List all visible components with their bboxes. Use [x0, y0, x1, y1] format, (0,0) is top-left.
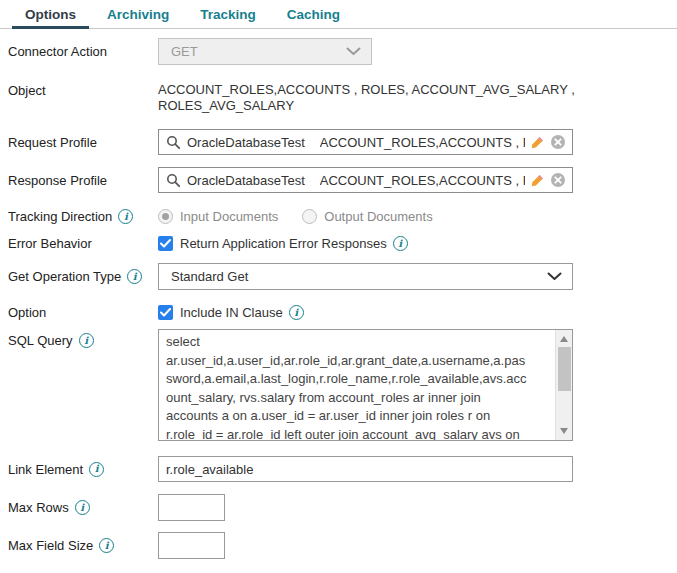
scroll-up-icon[interactable]	[560, 336, 568, 342]
response-profile-name: OracleDatabaseTest	[187, 173, 305, 188]
error-behavior-row: Error Behavior Return Application Error …	[8, 236, 677, 251]
radio-input-documents	[158, 209, 173, 224]
request-profile-label: Request Profile	[8, 135, 158, 150]
search-icon	[166, 173, 181, 188]
get-operation-type-value: Standard Get	[171, 269, 248, 284]
chevron-down-icon	[547, 272, 562, 281]
clear-profile-icon[interactable]	[550, 172, 566, 188]
info-icon[interactable]	[118, 209, 133, 224]
chevron-down-icon	[346, 47, 361, 56]
edit-profile-icon[interactable]	[530, 173, 545, 188]
get-operation-type-select[interactable]: Standard Get	[158, 263, 573, 290]
clear-profile-icon[interactable]	[550, 134, 566, 150]
error-behavior-checkbox-label: Return Application Error Responses	[180, 236, 387, 251]
tab-tracking[interactable]: Tracking	[187, 4, 269, 29]
scrollbar-thumb[interactable]	[558, 347, 571, 391]
get-operation-type-row: Get Operation Type Standard Get	[8, 263, 677, 290]
max-rows-input[interactable]	[158, 494, 225, 521]
tab-archiving[interactable]: Archiving	[94, 4, 182, 29]
request-profile-row: Request Profile OracleDatabaseTest ACCOU…	[8, 129, 677, 155]
connector-action-select: GET	[158, 38, 372, 65]
info-icon[interactable]	[393, 236, 408, 251]
scroll-down-icon[interactable]	[560, 428, 568, 434]
get-operation-type-label: Get Operation Type	[8, 269, 158, 284]
info-icon[interactable]	[127, 269, 142, 284]
radio-input-documents-label: Input Documents	[180, 209, 278, 224]
radio-output-documents	[302, 209, 317, 224]
object-label: Object	[8, 82, 158, 98]
option-label: Option	[8, 305, 158, 320]
connector-action-value: GET	[171, 44, 198, 59]
max-rows-row: Max Rows	[8, 494, 677, 521]
sql-query-row: SQL Query select ar.user_id,a.user_id,ar…	[8, 329, 677, 441]
sql-query-label: SQL Query	[8, 329, 158, 348]
sql-query-textarea[interactable]: select ar.user_id,a.user_id,ar.role_id,a…	[158, 329, 573, 441]
connector-action-label: Connector Action	[8, 44, 158, 59]
max-field-size-input[interactable]	[158, 532, 225, 559]
error-behavior-label: Error Behavior	[8, 236, 158, 251]
request-profile-object: ACCOUNT_ROLES,ACCOUNTS , RO	[320, 135, 525, 150]
tracking-direction-label: Tracking Direction	[8, 209, 158, 224]
response-profile-object: ACCOUNT_ROLES,ACCOUNTS , RO	[320, 173, 525, 188]
response-profile-row: Response Profile OracleDatabaseTest ACCO…	[8, 167, 677, 193]
error-behavior-checkbox[interactable]	[158, 236, 173, 251]
request-profile-input[interactable]: OracleDatabaseTest ACCOUNT_ROLES,ACCOUNT…	[158, 129, 573, 155]
include-in-clause-label: Include IN Clause	[180, 305, 283, 320]
max-field-size-row: Max Field Size	[8, 532, 677, 559]
tab-bar: Options Archiving Tracking Caching	[0, 0, 677, 29]
object-row: Object ACCOUNT_ROLES,ACCOUNTS , ROLES, A…	[8, 82, 677, 114]
info-icon[interactable]	[99, 538, 114, 553]
tab-caching[interactable]: Caching	[274, 4, 353, 29]
request-profile-name: OracleDatabaseTest	[187, 135, 305, 150]
option-row: Option Include IN Clause	[8, 305, 677, 320]
search-icon	[166, 135, 181, 150]
response-profile-label: Response Profile	[8, 173, 158, 188]
edit-profile-icon[interactable]	[530, 135, 545, 150]
object-value: ACCOUNT_ROLES,ACCOUNTS , ROLES, ACCOUNT_…	[158, 82, 578, 114]
max-rows-label: Max Rows	[8, 500, 158, 515]
info-icon[interactable]	[89, 462, 104, 477]
sql-query-text: select ar.user_id,a.user_id,ar.role_id,a…	[159, 330, 555, 440]
info-icon[interactable]	[289, 305, 304, 320]
link-element-input[interactable]	[158, 456, 573, 482]
tab-options[interactable]: Options	[12, 4, 89, 29]
connector-action-row: Connector Action GET	[8, 38, 677, 65]
tracking-direction-options: Input Documents Output Documents	[158, 209, 457, 224]
info-icon[interactable]	[75, 500, 90, 515]
max-field-size-label: Max Field Size	[8, 538, 158, 553]
radio-output-documents-label: Output Documents	[324, 209, 432, 224]
info-icon[interactable]	[79, 333, 94, 348]
tracking-direction-row: Tracking Direction Input Documents Outpu…	[8, 209, 677, 224]
link-element-label: Link Element	[8, 462, 158, 477]
response-profile-input[interactable]: OracleDatabaseTest ACCOUNT_ROLES,ACCOUNT…	[158, 167, 573, 193]
link-element-row: Link Element	[8, 456, 677, 482]
scrollbar[interactable]	[555, 330, 572, 440]
include-in-clause-checkbox[interactable]	[158, 305, 173, 320]
